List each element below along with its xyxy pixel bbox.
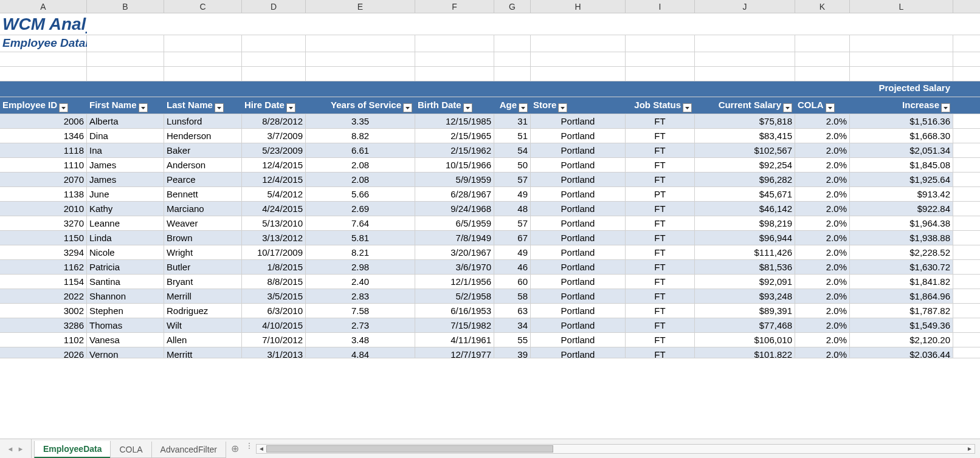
cell-birth[interactable]: 12/15/1985 bbox=[415, 114, 494, 128]
cell-store[interactable]: Portland bbox=[531, 158, 626, 172]
cell-salary[interactable]: $111,426 bbox=[695, 245, 795, 259]
cell-proj[interactable]: $1,787.82 bbox=[850, 304, 953, 318]
cell-yos[interactable]: 2.73 bbox=[306, 318, 415, 332]
cell-proj[interactable]: $1,864.96 bbox=[850, 289, 953, 303]
cell-store[interactable]: Portland bbox=[531, 143, 626, 157]
header-cola[interactable]: COLA bbox=[795, 97, 850, 114]
cell-status[interactable]: FT bbox=[626, 173, 695, 186]
cell-store[interactable]: Portland bbox=[531, 216, 626, 230]
cell-first[interactable]: Stephen bbox=[87, 304, 164, 318]
cell-last[interactable]: Merritt bbox=[164, 347, 242, 358]
header-birth-date[interactable]: Birth Date bbox=[415, 97, 494, 114]
cell-first[interactable]: Linda bbox=[87, 231, 164, 245]
store-filter-button[interactable] bbox=[558, 103, 567, 112]
cell-proj[interactable]: $1,964.38 bbox=[850, 216, 953, 230]
cell-last[interactable]: Wilt bbox=[164, 318, 242, 332]
cell-birth[interactable]: 2/15/1965 bbox=[415, 129, 494, 143]
col-header-J[interactable]: J bbox=[695, 0, 795, 13]
sheet-tab-employeedata[interactable]: EmployeeData bbox=[34, 441, 111, 458]
cell-cola[interactable]: 2.0% bbox=[795, 304, 850, 318]
cell-first[interactable]: Santina bbox=[87, 275, 164, 289]
cell-proj[interactable]: $922.84 bbox=[850, 202, 953, 216]
cell-last[interactable]: Baker bbox=[164, 143, 242, 157]
cell-last[interactable]: Pearce bbox=[164, 173, 242, 186]
cell-birth[interactable]: 5/9/1959 bbox=[415, 173, 494, 186]
last-name-filter-button[interactable] bbox=[215, 103, 224, 112]
cell[interactable] bbox=[87, 67, 164, 81]
cell-birth[interactable]: 7/8/1949 bbox=[415, 231, 494, 245]
cell-first[interactable]: Thomas bbox=[87, 318, 164, 332]
cell-proj[interactable]: $1,938.88 bbox=[850, 231, 953, 245]
cola-filter-button[interactable] bbox=[826, 103, 835, 112]
cell[interactable] bbox=[242, 67, 306, 81]
cell-cola[interactable]: 2.0% bbox=[795, 245, 850, 259]
cell-yos[interactable]: 3.48 bbox=[306, 333, 415, 347]
cell-store[interactable]: Portland bbox=[531, 289, 626, 303]
col-header-H[interactable]: H bbox=[531, 0, 626, 13]
cell-status[interactable]: PT bbox=[626, 187, 695, 201]
cell-age[interactable]: 49 bbox=[494, 245, 531, 259]
cell[interactable] bbox=[415, 81, 494, 97]
cell-age[interactable]: 46 bbox=[494, 260, 531, 274]
cell-cola[interactable]: 2.0% bbox=[795, 187, 850, 201]
cell-age[interactable]: 51 bbox=[494, 129, 531, 143]
cell-age[interactable]: 57 bbox=[494, 173, 531, 186]
cell-store[interactable]: Portland bbox=[531, 173, 626, 186]
cell[interactable] bbox=[531, 13, 626, 35]
cell-store[interactable]: Portland bbox=[531, 333, 626, 347]
cell[interactable] bbox=[494, 35, 531, 52]
cell-id[interactable]: 3002 bbox=[0, 304, 87, 318]
cell-cola[interactable]: 2.0% bbox=[795, 129, 850, 143]
tab-scroll-left-icon[interactable]: ◄ bbox=[7, 445, 14, 453]
header-projected-salary-top[interactable]: Projected Salary bbox=[850, 81, 953, 97]
cell[interactable] bbox=[531, 67, 626, 81]
cell-hire[interactable]: 10/17/2009 bbox=[242, 245, 306, 259]
col-header-I[interactable]: I bbox=[626, 0, 695, 13]
header-years-of-service[interactable]: Years of Service bbox=[306, 97, 415, 114]
cell[interactable] bbox=[306, 13, 415, 35]
cell-status[interactable]: FT bbox=[626, 275, 695, 289]
cell-cola[interactable]: 2.0% bbox=[795, 333, 850, 347]
cell-salary[interactable]: $92,254 bbox=[695, 158, 795, 172]
cell-last[interactable]: Rodriguez bbox=[164, 304, 242, 318]
header-projected-increase[interactable]: Increase bbox=[850, 97, 953, 114]
cell-birth[interactable]: 3/20/1967 bbox=[415, 245, 494, 259]
col-header-L[interactable]: L bbox=[850, 0, 953, 13]
cell-yos[interactable]: 7.64 bbox=[306, 216, 415, 230]
cell-salary[interactable]: $75,818 bbox=[695, 114, 795, 128]
cell[interactable] bbox=[164, 81, 242, 97]
cell-status[interactable]: FT bbox=[626, 245, 695, 259]
cell-first[interactable]: Nicole bbox=[87, 245, 164, 259]
scroll-right-icon[interactable]: ► bbox=[965, 445, 975, 452]
cell-store[interactable]: Portland bbox=[531, 245, 626, 259]
cell-hire[interactable]: 12/4/2015 bbox=[242, 173, 306, 186]
sheet-tab-advancedfilter[interactable]: AdvancedFilter bbox=[151, 442, 226, 458]
cell-status[interactable]: FT bbox=[626, 318, 695, 332]
years-of-service-filter-button[interactable] bbox=[403, 103, 412, 112]
header-age[interactable]: Age bbox=[494, 97, 531, 114]
cell-hire[interactable]: 5/13/2010 bbox=[242, 216, 306, 230]
cell-age[interactable]: 57 bbox=[494, 216, 531, 230]
cell-hire[interactable]: 6/3/2010 bbox=[242, 304, 306, 318]
cell-id[interactable]: 1154 bbox=[0, 275, 87, 289]
cell[interactable] bbox=[242, 35, 306, 52]
cell-status[interactable]: FT bbox=[626, 347, 695, 358]
cell-cola[interactable]: 2.0% bbox=[795, 114, 850, 128]
cell-yos[interactable]: 5.66 bbox=[306, 187, 415, 201]
cell-cola[interactable]: 2.0% bbox=[795, 173, 850, 186]
cell-age[interactable]: 31 bbox=[494, 114, 531, 128]
cell-last[interactable]: Allen bbox=[164, 333, 242, 347]
cell[interactable] bbox=[850, 35, 953, 52]
cell-store[interactable]: Portland bbox=[531, 187, 626, 201]
cell[interactable] bbox=[850, 13, 953, 35]
cell[interactable] bbox=[306, 67, 415, 81]
cell-salary[interactable]: $45,671 bbox=[695, 187, 795, 201]
cell[interactable] bbox=[164, 35, 242, 52]
cell-proj[interactable]: $1,925.64 bbox=[850, 173, 953, 186]
cell-hire[interactable]: 4/10/2015 bbox=[242, 318, 306, 332]
tab-split-handle[interactable] bbox=[249, 443, 252, 455]
col-header-A[interactable]: A bbox=[0, 0, 87, 13]
cell[interactable] bbox=[626, 67, 695, 81]
cell-proj[interactable]: $2,036.44 bbox=[850, 347, 953, 358]
cell-yos[interactable]: 7.58 bbox=[306, 304, 415, 318]
